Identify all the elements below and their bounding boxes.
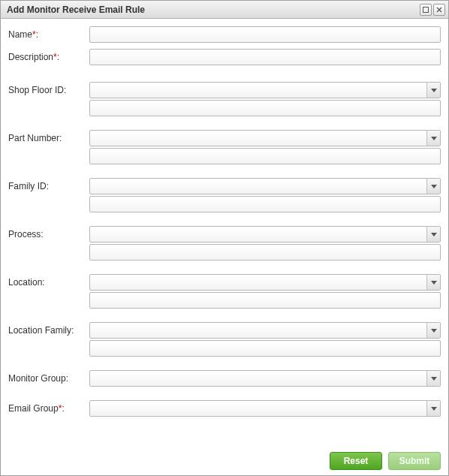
- row-process: Process:: [8, 226, 441, 243]
- label-family-id: Family ID:: [8, 178, 89, 191]
- row-part-number: Part Number:: [8, 130, 441, 146]
- row-family-id: Family ID:: [8, 178, 441, 194]
- row-shop-floor-id: Shop Floor ID:: [8, 82, 441, 98]
- reset-button[interactable]: Reset: [330, 452, 382, 470]
- location-family-combo[interactable]: [89, 322, 441, 339]
- row-email-group: Email Group*:: [8, 400, 441, 417]
- email-group-input[interactable]: [89, 400, 441, 417]
- family-id-extra-input[interactable]: [89, 196, 441, 212]
- row-location-family: Location Family:: [8, 322, 441, 339]
- family-id-trigger[interactable]: [426, 179, 440, 194]
- svg-marker-7: [431, 281, 437, 285]
- shop-floor-id-trigger[interactable]: [426, 83, 440, 98]
- location-input[interactable]: [89, 274, 441, 291]
- svg-marker-10: [431, 407, 437, 411]
- label-name: Name*:: [8, 26, 89, 40]
- svg-marker-3: [431, 89, 437, 92]
- label-location-family: Location Family:: [8, 322, 89, 336]
- location-family-input[interactable]: [89, 322, 441, 339]
- submit-button: Submit: [388, 452, 441, 470]
- process-combo[interactable]: [89, 226, 441, 243]
- titlebar: Add Monitor Receive Email Rule: [1, 1, 448, 19]
- svg-marker-9: [431, 377, 437, 381]
- label-name-text: Name: [8, 29, 32, 40]
- svg-rect-0: [423, 7, 429, 12]
- shop-floor-id-combo[interactable]: [89, 82, 441, 98]
- label-shop-floor-id: Shop Floor ID:: [8, 82, 89, 95]
- maximize-button[interactable]: [420, 4, 432, 16]
- part-number-trigger[interactable]: [426, 131, 440, 146]
- row-name: Name*:: [8, 26, 441, 43]
- family-id-input[interactable]: [89, 178, 441, 194]
- monitor-group-trigger[interactable]: [426, 371, 440, 386]
- row-part-number-extra: [8, 148, 441, 164]
- label-description-text: Description: [8, 52, 53, 62]
- name-input[interactable]: [89, 26, 441, 43]
- part-number-extra-input[interactable]: [89, 148, 441, 164]
- window-title: Add Monitor Receive Email Rule: [7, 5, 420, 15]
- location-combo[interactable]: [89, 274, 441, 291]
- chevron-down-icon: [431, 85, 437, 95]
- label-description: Description*:: [8, 49, 89, 62]
- process-extra-input[interactable]: [89, 244, 441, 261]
- form-body: Name*: Description*: Shop Floor ID:: [1, 19, 448, 447]
- label-location: Location:: [8, 274, 89, 288]
- location-extra-input[interactable]: [89, 292, 441, 309]
- description-input[interactable]: [89, 49, 441, 65]
- family-id-combo[interactable]: [89, 178, 441, 194]
- row-process-extra: [8, 244, 441, 261]
- label-part-number: Part Number:: [8, 130, 89, 143]
- row-monitor-group: Monitor Group:: [8, 370, 441, 387]
- svg-marker-8: [431, 329, 437, 333]
- row-description: Description*:: [8, 49, 441, 65]
- location-family-trigger[interactable]: [426, 323, 440, 338]
- process-trigger[interactable]: [426, 227, 440, 242]
- location-family-extra-input[interactable]: [89, 340, 441, 357]
- chevron-down-icon: [431, 373, 437, 384]
- close-icon: [436, 7, 442, 13]
- chevron-down-icon: [431, 133, 437, 143]
- shop-floor-id-extra-input[interactable]: [89, 100, 441, 116]
- maximize-icon: [423, 7, 429, 13]
- chevron-down-icon: [431, 277, 437, 288]
- label-email-group: Email Group*:: [8, 400, 89, 414]
- row-location-extra: [8, 292, 441, 309]
- process-input[interactable]: [89, 226, 441, 243]
- label-colon: :: [62, 403, 64, 414]
- row-family-id-extra: [8, 196, 441, 212]
- window-controls: [420, 4, 445, 16]
- chevron-down-icon: [431, 181, 437, 191]
- row-location-family-extra: [8, 340, 441, 357]
- email-group-trigger[interactable]: [426, 401, 440, 416]
- label-colon: :: [36, 29, 38, 40]
- chevron-down-icon: [431, 325, 437, 336]
- chevron-down-icon: [431, 403, 437, 414]
- email-group-combo[interactable]: [89, 400, 441, 417]
- chevron-down-icon: [431, 229, 437, 240]
- label-monitor-group: Monitor Group:: [8, 370, 89, 384]
- monitor-group-combo[interactable]: [89, 370, 441, 387]
- location-trigger[interactable]: [426, 275, 440, 290]
- shop-floor-id-input[interactable]: [89, 82, 441, 98]
- part-number-combo[interactable]: [89, 130, 441, 146]
- monitor-group-input[interactable]: [89, 370, 441, 387]
- label-email-group-text: Email Group: [8, 403, 59, 414]
- label-colon: :: [57, 52, 59, 62]
- row-shop-floor-id-extra: [8, 100, 441, 116]
- svg-marker-4: [431, 137, 437, 140]
- svg-marker-6: [431, 233, 437, 236]
- dialog-footer: Reset Submit: [1, 447, 448, 475]
- label-process: Process:: [8, 226, 89, 240]
- close-button[interactable]: [433, 4, 445, 16]
- svg-marker-5: [431, 185, 437, 188]
- row-location: Location:: [8, 274, 441, 291]
- part-number-input[interactable]: [89, 130, 441, 146]
- dialog-window: Add Monitor Receive Email Rule Name*:: [0, 0, 449, 476]
